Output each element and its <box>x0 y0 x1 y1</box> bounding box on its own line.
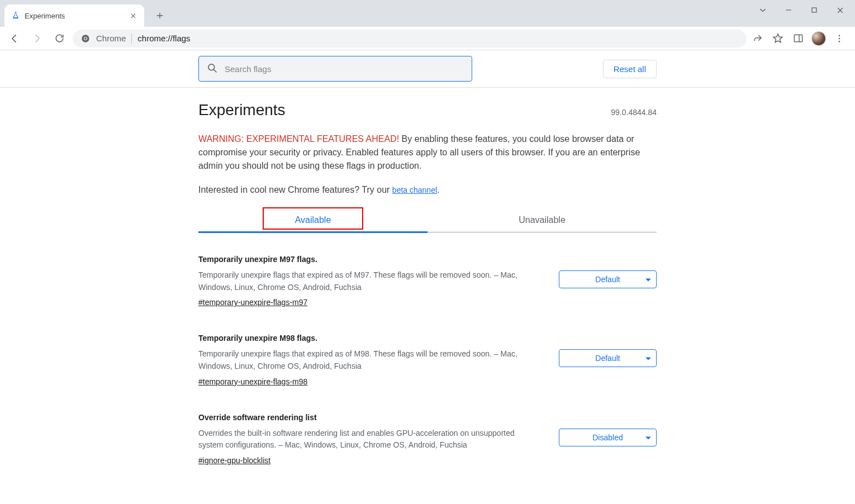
warning-paragraph: WARNING: EXPERIMENTAL FEATURES AHEAD! By… <box>198 132 657 173</box>
svg-rect-4 <box>794 35 802 42</box>
divider <box>131 34 132 44</box>
beta-prefix: Interested in cool new Chrome features? … <box>198 185 392 194</box>
window-controls <box>750 1 853 19</box>
window-close-icon[interactable] <box>827 1 853 19</box>
tab-unavailable[interactable]: Unavailable <box>428 208 657 232</box>
window-titlebar: Experiments <box>0 0 855 27</box>
reload-button[interactable] <box>50 30 68 47</box>
flag-state-select[interactable]: Default Enabled Disabled <box>559 270 657 288</box>
svg-point-9 <box>208 64 215 70</box>
flags-header: Reset all <box>0 50 855 88</box>
flag-anchor-link[interactable]: #temporary-unexpire-flags-m98 <box>198 377 307 386</box>
warning-label: WARNING: EXPERIMENTAL FEATURES AHEAD! <box>198 134 399 144</box>
flag-title: Override software rendering list <box>198 413 541 422</box>
forward-button[interactable] <box>28 30 46 47</box>
flag-description: Temporarily unexpire flags that expired … <box>198 348 541 372</box>
flag-row: Override software rendering list Overrid… <box>198 413 657 465</box>
flag-anchor-link[interactable]: #temporary-unexpire-flags-m97 <box>198 298 307 307</box>
flag-description: Overrides the built-in software renderin… <box>198 427 541 451</box>
tab-title: Experiments <box>25 12 124 20</box>
browser-tab[interactable]: Experiments <box>4 4 144 27</box>
maximize-icon[interactable] <box>801 1 827 19</box>
url-path: chrome://flags <box>137 34 190 43</box>
flask-icon <box>11 11 20 20</box>
page-title: Experiments <box>198 101 286 119</box>
page-viewport[interactable]: Reset all Experiments 99.0.4844.84 WARNI… <box>0 50 855 504</box>
share-icon[interactable] <box>751 32 764 45</box>
flags-content: Experiments 99.0.4844.84 WARNING: EXPERI… <box>198 88 657 504</box>
back-button[interactable] <box>6 30 23 47</box>
chrome-icon <box>80 34 91 44</box>
close-icon[interactable] <box>129 11 137 20</box>
flag-row: Temporarily unexpire M98 flags. Temporar… <box>198 334 657 386</box>
bookmark-icon[interactable] <box>771 32 785 45</box>
profile-avatar[interactable] <box>811 31 826 46</box>
tab-available[interactable]: Available <box>198 208 428 232</box>
svg-point-6 <box>839 35 840 36</box>
flag-state-select[interactable]: Disabled Default Enabled <box>559 429 657 446</box>
flags-tabs: Available Unavailable <box>198 208 657 232</box>
url-scheme: Chrome <box>96 34 126 43</box>
search-flags-box[interactable] <box>198 56 472 82</box>
svg-point-3 <box>84 37 87 40</box>
chrome-version: 99.0.4844.84 <box>611 108 657 117</box>
address-bar[interactable]: Chrome chrome://flags <box>73 30 747 47</box>
beta-channel-link[interactable]: beta channel <box>392 186 437 194</box>
svg-rect-0 <box>812 8 816 12</box>
beta-paragraph: Interested in cool new Chrome features? … <box>198 185 657 195</box>
tabs-dropdown-icon[interactable] <box>750 1 776 19</box>
flag-anchor-link[interactable]: #ignore-gpu-blocklist <box>198 456 270 465</box>
search-icon <box>207 63 218 75</box>
svg-point-8 <box>839 40 840 42</box>
svg-point-7 <box>839 37 840 39</box>
flag-title: Temporarily unexpire M98 flags. <box>198 334 541 343</box>
kebab-menu-icon[interactable] <box>833 32 846 45</box>
beta-suffix: . <box>437 185 439 194</box>
toolbar-actions <box>751 31 849 46</box>
browser-toolbar: Chrome chrome://flags <box>0 27 855 50</box>
scroll-spacer <box>198 492 657 504</box>
new-tab-button[interactable] <box>152 8 168 23</box>
minimize-icon[interactable] <box>776 1 801 19</box>
flag-row: Temporarily unexpire M97 flags. Temporar… <box>198 255 657 307</box>
side-panel-icon[interactable] <box>791 32 805 45</box>
flag-description: Temporarily unexpire flags that expired … <box>198 269 541 293</box>
flag-state-select[interactable]: Default Enabled Disabled <box>559 349 657 367</box>
search-input[interactable] <box>225 64 464 74</box>
flag-title: Temporarily unexpire M97 flags. <box>198 255 541 264</box>
reset-all-button[interactable]: Reset all <box>603 60 657 78</box>
svg-line-10 <box>214 69 217 72</box>
